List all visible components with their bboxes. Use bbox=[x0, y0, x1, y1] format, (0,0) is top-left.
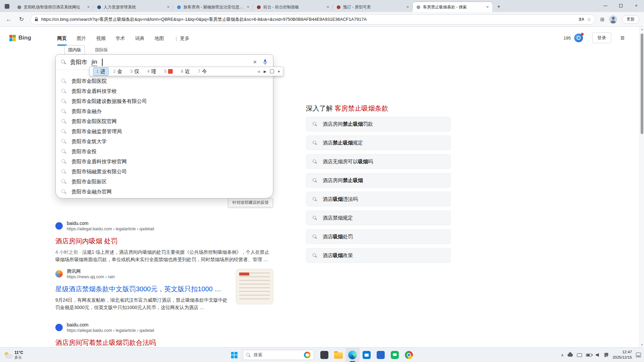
battery-icon[interactable] bbox=[586, 354, 592, 357]
bing-logo[interactable]: Bing bbox=[9, 35, 31, 41]
related-search[interactable]: 酒店吸烟政策 bbox=[306, 248, 451, 263]
page-scrollbar[interactable]: ▲ ▼ bbox=[639, 27, 644, 347]
nav-tab-web[interactable]: 网页 bbox=[57, 30, 67, 46]
collections-icon[interactable]: ⊞ bbox=[600, 16, 604, 22]
cloud-icon[interactable] bbox=[568, 354, 573, 357]
ime-expand-icon[interactable]: ▾ bbox=[278, 69, 280, 74]
ime-candidate[interactable]: 5 bbox=[161, 68, 176, 74]
result-source-row[interactable]: baidu.comhttps://ailegal.baidu.com › leg… bbox=[55, 321, 277, 334]
taskbar-app-edge[interactable] bbox=[345, 348, 360, 362]
translate-icon[interactable]: 文A bbox=[579, 17, 584, 22]
browser-update-button[interactable]: 更新 bbox=[622, 15, 639, 24]
ime-next-page-icon[interactable]: ▶ bbox=[264, 69, 266, 74]
search-suggestion[interactable]: 贵阳市金阳医院官网 bbox=[56, 116, 273, 126]
nav-tab-videos[interactable]: 视频 bbox=[96, 30, 106, 46]
back-button[interactable]: ← bbox=[5, 16, 13, 23]
taskbar-app-chrome[interactable] bbox=[402, 348, 416, 362]
ime-candidate[interactable]: 7今 bbox=[195, 68, 210, 75]
tab-close-icon[interactable]: × bbox=[405, 4, 411, 10]
tab-close-icon[interactable]: × bbox=[245, 4, 251, 10]
ime-candidate[interactable]: 6近 bbox=[178, 68, 193, 75]
related-search[interactable]: 酒店无烟房可以吸烟吗 bbox=[306, 154, 451, 169]
search-suggestion[interactable]: 贵阳市金盾科技学校官网 bbox=[56, 157, 273, 167]
microphone-icon[interactable] bbox=[263, 59, 268, 65]
tab-close-icon[interactable]: × bbox=[86, 4, 91, 10]
search-suggestion[interactable]: 贵阳市金阳新区 bbox=[56, 177, 273, 187]
rewards-counter[interactable]: 195 bbox=[564, 34, 583, 42]
refresh-button[interactable]: ↻ bbox=[17, 16, 25, 23]
hamburger-menu-icon[interactable]: ≡ bbox=[621, 34, 625, 42]
search-suggestion[interactable]: 贵阳市金融监督管理局 bbox=[56, 126, 273, 136]
browser-tab[interactable]: 旅客查询 - 紫楠旅馆业治安信息系统× bbox=[173, 2, 253, 12]
scroll-down-icon[interactable]: ▼ bbox=[640, 343, 644, 346]
window-minimize-button[interactable]: — bbox=[598, 0, 613, 11]
window-close-button[interactable]: × bbox=[629, 0, 644, 11]
ime-candidate[interactable]: 1进 bbox=[93, 68, 108, 75]
tray-expand-icon[interactable]: ∧ bbox=[561, 353, 564, 357]
favorites-star-icon[interactable]: ☆ bbox=[587, 17, 591, 22]
rewards-badge-icon[interactable] bbox=[574, 34, 583, 42]
taskbar-weather[interactable]: 11°C 多云 bbox=[1, 349, 26, 361]
tab-close-icon[interactable]: × bbox=[165, 4, 171, 10]
tab-actions-icon[interactable] bbox=[5, 4, 9, 9]
result-thumbnail[interactable] bbox=[236, 269, 273, 304]
taskbar-search[interactable]: 搜索 bbox=[243, 350, 314, 360]
taskbar-app-app-green[interactable] bbox=[388, 348, 402, 362]
result-title[interactable]: 酒店房间写着禁止吸烟罚款合法吗 bbox=[55, 338, 272, 347]
search-suggestion[interactable]: 贵阳市金筑大学 bbox=[56, 136, 273, 146]
start-button[interactable] bbox=[227, 348, 241, 362]
ime-candidate[interactable]: 2金 bbox=[110, 68, 125, 75]
taskbar-app-app-dark[interactable] bbox=[317, 348, 331, 362]
profile-avatar[interactable] bbox=[609, 15, 617, 23]
ime-emoji-panel-icon[interactable] bbox=[270, 69, 274, 73]
result-title[interactable]: 酒店房间内吸烟 处罚 bbox=[55, 237, 272, 245]
tab-close-icon[interactable]: × bbox=[485, 4, 490, 10]
taskbar-clock[interactable]: 12:47 2025/12/15 bbox=[612, 350, 632, 360]
search-suggestion[interactable]: 贵阳市金阳医院 bbox=[56, 76, 273, 86]
volume-icon[interactable] bbox=[596, 353, 600, 357]
action-center-icon[interactable] bbox=[636, 353, 641, 357]
browser-tab[interactable]: 预订 - 房型可卖× bbox=[333, 2, 413, 12]
result-title[interactable]: 星级酒店禁烟条款中文版罚3000元，英文版只扣1000 … bbox=[55, 285, 228, 293]
clear-input-icon[interactable]: × bbox=[251, 59, 259, 66]
search-suggestion[interactable]: 贵阳市金融办 bbox=[56, 106, 273, 116]
nav-tab-dictionary[interactable]: 词典 bbox=[135, 30, 145, 46]
browser-tab[interactable]: 人力资源管理系统× bbox=[93, 2, 173, 12]
search-suggestion[interactable]: 贵阳市金融办官网 bbox=[56, 187, 273, 197]
taskbar-app-file-explorer[interactable] bbox=[331, 348, 345, 362]
suggestions-feedback-button[interactable]: 针对这些建议的反馈 bbox=[228, 198, 273, 207]
ime-indicator[interactable]: 拼 bbox=[604, 352, 608, 358]
nav-tab-more[interactable]: ⋮更多 bbox=[174, 30, 190, 46]
sign-in-button[interactable]: 登录 bbox=[592, 33, 611, 43]
ime-candidate[interactable]: 3仅 bbox=[127, 68, 142, 75]
nav-tab-academic[interactable]: 学术 bbox=[116, 30, 125, 46]
browser-tab[interactable]: 贵阳机场智选假日酒店系统网址× bbox=[13, 2, 93, 12]
ime-candidate[interactable]: 4瑾 bbox=[144, 68, 159, 75]
result-source-row[interactable]: baidu.comhttps://ailegal.baidu.com › leg… bbox=[55, 220, 277, 232]
scroll-up-icon[interactable]: ▲ bbox=[640, 28, 644, 31]
related-search[interactable]: 酒店吸烟处罚 bbox=[306, 229, 451, 244]
related-search[interactable]: 酒店房间禁止吸烟罚款 bbox=[306, 117, 451, 131]
taskbar-app-store[interactable] bbox=[360, 348, 374, 362]
address-bar[interactable]: https://cn.bing.com/search?q=客房禁止吸烟条款&qs… bbox=[30, 14, 595, 24]
related-search[interactable]: 酒店吸烟违法吗 bbox=[306, 192, 451, 206]
ime-prev-page-icon[interactable]: ◀ bbox=[257, 69, 260, 74]
related-search[interactable]: 酒店禁止吸烟规定 bbox=[306, 135, 451, 150]
nav-tab-images[interactable]: 图片 bbox=[77, 30, 86, 46]
nav-tab-maps[interactable]: 地图 bbox=[155, 30, 164, 46]
new-tab-button[interactable]: + bbox=[494, 2, 503, 11]
related-search[interactable]: 酒店房间禁止吸烟 bbox=[306, 173, 451, 188]
browser-tab[interactable]: 前台 - 前台控制面板× bbox=[253, 2, 333, 12]
related-search[interactable]: 酒店禁烟规定 bbox=[306, 210, 451, 225]
taskbar-app-app-blue[interactable] bbox=[374, 348, 388, 362]
tab-close-icon[interactable]: × bbox=[325, 4, 331, 10]
region-tab-international[interactable]: 国际版 bbox=[92, 46, 111, 54]
scrollbar-thumb[interactable] bbox=[641, 34, 643, 134]
search-suggestion[interactable]: 贵阳市金阳建设数据服务有限公司 bbox=[56, 96, 273, 106]
window-maximize-button[interactable] bbox=[613, 0, 629, 11]
search-suggestion[interactable]: 贵阳市金盾科技学校 bbox=[56, 86, 273, 96]
search-suggestion[interactable]: 贵阳市金投 bbox=[56, 146, 273, 157]
search-suggestion[interactable]: 贵阳市锦融置业有限公司 bbox=[56, 167, 273, 177]
region-tab-domestic[interactable]: 国内版 bbox=[64, 45, 85, 55]
browser-tab[interactable]: 客房禁止吸烟条款 - 搜索× bbox=[413, 2, 492, 12]
